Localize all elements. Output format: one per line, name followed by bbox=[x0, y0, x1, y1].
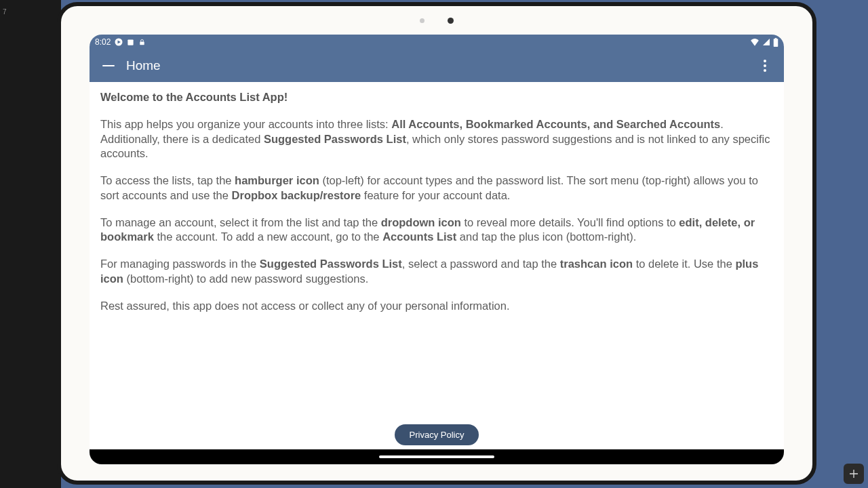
camera-bar bbox=[61, 6, 812, 35]
text-run: , select a password and tap the bbox=[402, 258, 560, 270]
text-bold: trashcan icon bbox=[560, 258, 633, 270]
privacy-note-paragraph: Rest assured, this app does not access o… bbox=[100, 299, 773, 314]
plus-icon bbox=[848, 468, 859, 479]
text-run: and tap the plus icon (bottom-right). bbox=[456, 230, 636, 243]
status-bar: 8:02 bbox=[90, 35, 784, 49]
text-bold: Suggested Passwords List bbox=[264, 133, 406, 145]
cell-signal-icon bbox=[762, 38, 770, 46]
svg-rect-2 bbox=[140, 41, 144, 45]
background-line-number: 7 bbox=[3, 8, 7, 16]
battery-icon bbox=[773, 38, 778, 47]
privacy-policy-button[interactable]: Privacy Policy bbox=[395, 424, 479, 445]
text-run: the account. To add a new account, go to… bbox=[154, 230, 382, 243]
text-bold: All Accounts, Bookmarked Accounts, and S… bbox=[391, 118, 720, 130]
text-bold: Suggested Passwords List bbox=[260, 258, 402, 270]
text-run: feature for your account data. bbox=[361, 189, 510, 201]
text-run: to reveal more details. You'll find opti… bbox=[461, 216, 679, 228]
more-vert-icon[interactable] bbox=[751, 52, 778, 79]
notification-icon bbox=[127, 39, 134, 46]
camera-dot-light bbox=[420, 18, 425, 23]
camera-dot-dark bbox=[448, 18, 454, 24]
tablet-frame: 8:02 bbox=[57, 2, 816, 485]
manage-account-paragraph: To manage an account, select it from the… bbox=[100, 216, 773, 245]
main-content: Welcome to the Accounts List App! This a… bbox=[90, 82, 784, 424]
text-run: (bottom-right) to add new password sugge… bbox=[123, 272, 368, 285]
svg-rect-3 bbox=[774, 39, 778, 47]
text-bold: hamburger icon bbox=[235, 174, 319, 186]
text-bold: Dropbox backup/restore bbox=[232, 189, 361, 201]
text-run: To access the lists, tap the bbox=[100, 174, 235, 186]
text-bold: dropdown icon bbox=[381, 216, 461, 228]
nav-bar bbox=[90, 449, 784, 464]
fab-plus-button[interactable] bbox=[844, 464, 864, 484]
welcome-heading: Welcome to the Accounts List App! bbox=[100, 90, 773, 105]
access-paragraph: To access the lists, tap the hamburger i… bbox=[100, 174, 773, 203]
wifi-icon bbox=[750, 38, 760, 46]
app-bar: Home bbox=[90, 49, 784, 82]
text-run: For managing passwords in the bbox=[100, 258, 260, 270]
play-store-icon bbox=[115, 38, 123, 46]
background-panel: 7 bbox=[0, 0, 61, 488]
lock-icon bbox=[138, 39, 146, 46]
bottom-area: Privacy Policy bbox=[90, 424, 784, 449]
hamburger-icon[interactable] bbox=[95, 52, 122, 79]
manage-passwords-paragraph: For managing passwords in the Suggested … bbox=[100, 257, 773, 287]
text-bold: Accounts List bbox=[382, 230, 456, 243]
nav-pill[interactable] bbox=[379, 455, 494, 458]
device-screen: 8:02 bbox=[90, 35, 784, 464]
text-run: to delete it. Use the bbox=[633, 258, 735, 270]
svg-rect-4 bbox=[775, 38, 777, 39]
intro-paragraph: This app helps you organize your account… bbox=[100, 117, 773, 161]
text-run: To manage an account, select it from the… bbox=[100, 216, 381, 228]
statusbar-time: 8:02 bbox=[95, 37, 111, 47]
svg-rect-1 bbox=[128, 39, 134, 45]
page-title: Home bbox=[126, 58, 161, 73]
text-run: This app helps you organize your account… bbox=[100, 118, 391, 130]
